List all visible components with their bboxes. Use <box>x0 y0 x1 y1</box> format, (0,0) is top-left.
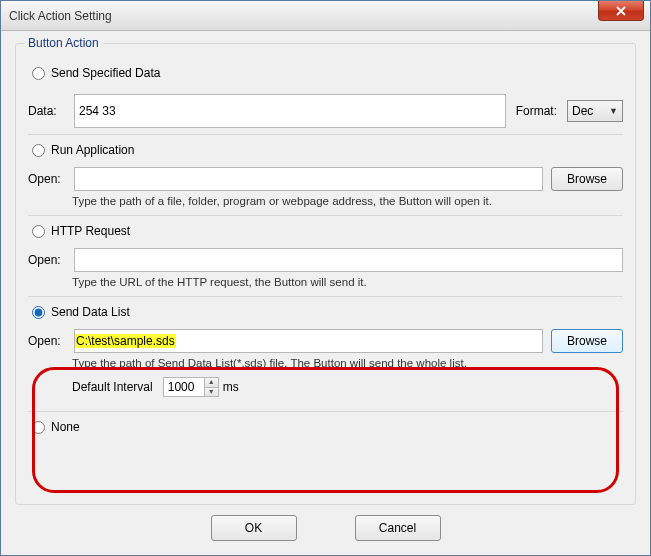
radio-send-list-label: Send Data List <box>51 305 130 319</box>
separator <box>28 215 623 216</box>
interval-label: Default Interval <box>72 380 153 394</box>
dialog-footer: OK Cancel <box>15 505 636 545</box>
http-open-label: Open: <box>28 253 68 267</box>
button-action-group: Button Action Send Specified Data Data: … <box>15 43 636 505</box>
format-selected: Dec <box>572 104 593 118</box>
radio-run-app[interactable] <box>32 144 45 157</box>
http-open-row: Open: <box>28 248 623 272</box>
run-open-input[interactable] <box>74 167 543 191</box>
interval-value: 1000 <box>164 380 204 394</box>
data-row: Data: Format: Dec ▼ <box>28 94 623 128</box>
radio-http-label: HTTP Request <box>51 224 130 238</box>
radio-none-row: None <box>28 420 623 434</box>
chevron-down-icon: ▼ <box>609 106 618 116</box>
stepper-down-icon[interactable]: ▼ <box>204 387 218 396</box>
separator <box>28 134 623 135</box>
list-browse-button[interactable]: Browse <box>551 329 623 353</box>
dialog-window: Click Action Setting Button Action Send … <box>0 0 651 556</box>
radio-run-app-label: Run Application <box>51 143 134 157</box>
run-open-row: Open: Browse <box>28 167 623 191</box>
ok-button[interactable]: OK <box>211 515 297 541</box>
close-button[interactable] <box>598 1 644 21</box>
run-open-hint: Type the path of a file, folder, program… <box>72 195 623 207</box>
radio-run-app-row: Run Application <box>28 143 623 157</box>
separator <box>28 411 623 412</box>
interval-input[interactable]: 1000 ▲ ▼ <box>163 377 219 397</box>
format-select[interactable]: Dec ▼ <box>567 100 623 122</box>
http-open-hint: Type the URL of the HTTP request, the Bu… <box>72 276 623 288</box>
list-open-label: Open: <box>28 334 68 348</box>
cancel-button[interactable]: Cancel <box>355 515 441 541</box>
list-open-hint: Type the path of Send Data List(*.sds) f… <box>72 357 623 369</box>
list-open-input-wrap[interactable]: C:\test\sample.sds <box>74 329 543 353</box>
radio-send-specified-row: Send Specified Data <box>28 66 623 80</box>
stepper-up-icon[interactable]: ▲ <box>204 378 218 387</box>
separator <box>28 296 623 297</box>
titlebar: Click Action Setting <box>1 1 650 31</box>
radio-send-list-row: Send Data List <box>28 305 623 319</box>
radio-http-row: HTTP Request <box>28 224 623 238</box>
close-icon <box>616 6 626 16</box>
client-area: Button Action Send Specified Data Data: … <box>1 31 650 555</box>
list-open-row: Open: C:\test\sample.sds Browse <box>28 329 623 353</box>
run-browse-button[interactable]: Browse <box>551 167 623 191</box>
data-input[interactable] <box>74 94 506 128</box>
data-label: Data: <box>28 104 68 118</box>
run-open-label: Open: <box>28 172 68 186</box>
group-title: Button Action <box>24 36 103 50</box>
list-open-value: C:\test\sample.sds <box>75 334 176 348</box>
interval-unit: ms <box>223 380 239 394</box>
http-open-input[interactable] <box>74 248 623 272</box>
radio-send-specified-label: Send Specified Data <box>51 66 160 80</box>
radio-send-specified[interactable] <box>32 67 45 80</box>
radio-send-list[interactable] <box>32 306 45 319</box>
radio-none-label: None <box>51 420 80 434</box>
interval-stepper[interactable]: ▲ ▼ <box>204 378 218 396</box>
radio-none[interactable] <box>32 421 45 434</box>
window-title: Click Action Setting <box>9 9 112 23</box>
radio-http[interactable] <box>32 225 45 238</box>
format-label: Format: <box>516 104 557 118</box>
interval-row: Default Interval 1000 ▲ ▼ ms <box>72 377 623 397</box>
